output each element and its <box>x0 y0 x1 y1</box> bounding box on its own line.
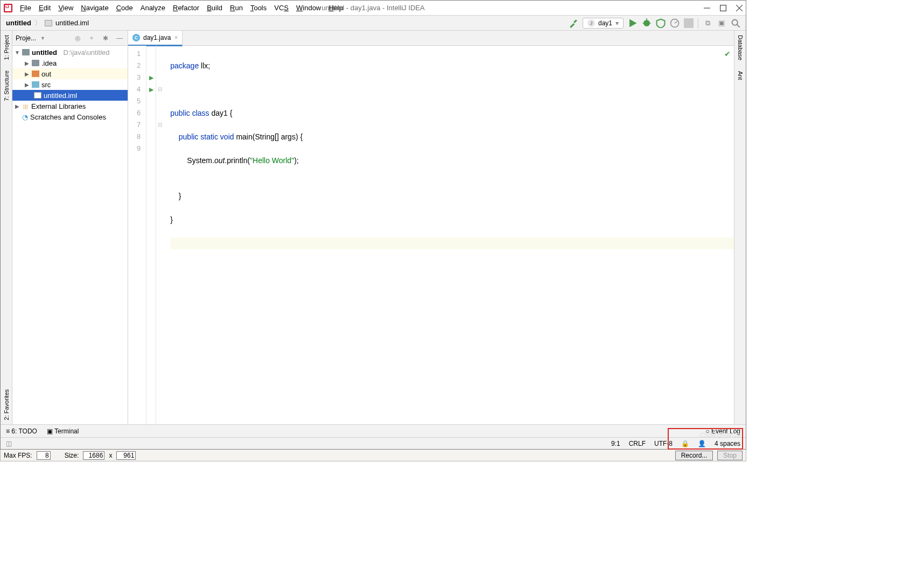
tree-node-idea[interactable]: ▶.idea <box>12 58 128 68</box>
profiler-icon[interactable] <box>670 18 680 28</box>
collapse-icon[interactable]: ÷ <box>87 33 96 43</box>
folder-out-icon <box>32 71 39 77</box>
presentation-icon[interactable]: ▣ <box>717 18 726 28</box>
tree-root[interactable]: ▼untitled D:\java\untitled <box>12 47 128 58</box>
chevron-right-icon: 〉 <box>34 18 41 28</box>
svg-point-4 <box>643 20 650 26</box>
status-line-ending[interactable]: CRLF <box>629 440 646 447</box>
folder-icon <box>32 60 39 66</box>
inspection-ok-icon[interactable]: ✔ <box>724 48 731 60</box>
menu-analyze[interactable]: Analyze <box>141 4 165 12</box>
close-tab-icon[interactable]: × <box>174 34 178 41</box>
app-logo-icon <box>4 4 12 12</box>
search-everywhere-icon[interactable] <box>731 18 740 28</box>
menu-tools[interactable]: Tools <box>250 4 267 12</box>
crumb-file[interactable]: untitled.iml <box>55 19 89 27</box>
separator <box>698 18 698 28</box>
fold-gutter[interactable]: ⊟ ⊟ <box>156 46 164 424</box>
minimize-icon[interactable] <box>704 5 710 11</box>
module-icon <box>22 49 30 55</box>
sidebar-tab-project[interactable]: 1: Project <box>3 35 10 60</box>
menu-navigate[interactable]: Navigate <box>81 4 108 12</box>
status-encoding[interactable]: UTF-8 <box>654 440 673 447</box>
menu-view[interactable]: View <box>58 4 73 12</box>
attach-icon[interactable]: ⧉ <box>703 18 712 28</box>
target-icon[interactable]: ◎ <box>73 33 82 43</box>
panel-title: Proje... <box>16 34 36 42</box>
window-title: untitled - day1.java - IntelliJ IDEA <box>321 4 424 12</box>
run-gutter[interactable]: ▶ ▶ <box>146 46 156 424</box>
build-hammer-icon[interactable] <box>569 18 578 28</box>
size-label: Size: <box>65 452 79 459</box>
menu-run[interactable]: Run <box>230 4 243 12</box>
crumb-root[interactable]: untitled <box>6 19 31 27</box>
maxfps-input[interactable] <box>37 451 51 460</box>
fold-close-icon[interactable]: ⊟ <box>156 119 164 131</box>
line-number-gutter: 123456789 <box>128 46 146 424</box>
chevron-down-icon[interactable]: ▼ <box>40 36 45 41</box>
tree-node-external-libs[interactable]: ▶⫼External Libraries <box>12 101 128 111</box>
gear-icon[interactable]: ✱ <box>101 33 110 43</box>
breadcrumb[interactable]: untitled 〉 untitled.iml <box>6 18 89 28</box>
java-class-icon: C <box>132 34 140 41</box>
tool-terminal[interactable]: ▣ Terminal <box>47 427 79 435</box>
sidebar-tab-database[interactable]: Database <box>737 35 744 60</box>
svg-line-12 <box>737 24 740 27</box>
fold-open-icon[interactable]: ⊟ <box>156 83 164 95</box>
menu-code[interactable]: Code <box>116 4 133 12</box>
scratch-icon: ◔ <box>22 113 28 121</box>
size-height-input[interactable] <box>116 451 136 460</box>
java-class-icon: J <box>587 19 595 27</box>
svg-line-9 <box>675 22 677 23</box>
editor-tab-day1[interactable]: C day1.java × <box>128 31 183 46</box>
run-method-icon[interactable]: ▶ <box>146 83 156 95</box>
chevron-down-icon: ▾ <box>615 19 619 27</box>
code-editor[interactable]: package llx; public class day1 { public … <box>164 46 734 424</box>
svg-point-11 <box>732 19 738 25</box>
status-lock-icon[interactable]: 🔒 <box>681 440 689 447</box>
close-icon[interactable] <box>736 5 743 11</box>
coverage-icon[interactable] <box>656 18 666 28</box>
run-config-combo[interactable]: J day1 ▾ <box>583 18 624 29</box>
hide-icon[interactable]: — <box>115 33 124 43</box>
svg-rect-1 <box>720 5 726 11</box>
menu-file[interactable]: File <box>20 4 31 12</box>
status-caret-pos[interactable]: 9:1 <box>611 440 620 447</box>
tool-event-log[interactable]: ○ Event Log <box>705 427 740 435</box>
library-icon: ⫼ <box>22 102 29 110</box>
recorder-toolbar: Max FPS: Size: x Record... Stop <box>0 450 746 461</box>
sidebar-tab-ant[interactable]: Ant <box>737 71 744 80</box>
sidebar-tab-structure[interactable]: 7: Structure <box>3 71 10 101</box>
status-windows-icon[interactable]: ◫ <box>6 440 12 447</box>
record-button[interactable]: Record... <box>675 451 713 460</box>
debug-icon[interactable] <box>642 18 652 28</box>
menu-vcs[interactable]: VCS <box>274 4 289 12</box>
status-indent[interactable]: 4 spaces <box>715 440 740 447</box>
run-icon[interactable] <box>628 18 638 28</box>
stop-button[interactable]: Stop <box>717 451 743 460</box>
file-icon <box>34 92 41 99</box>
stop-icon[interactable] <box>684 18 694 28</box>
folder-src-icon <box>32 81 39 88</box>
menu-edit[interactable]: Edit <box>39 4 51 12</box>
size-width-input[interactable] <box>83 451 104 460</box>
menu-window[interactable]: Window <box>296 4 321 12</box>
run-class-icon[interactable]: ▶ <box>146 72 156 83</box>
status-inspect-icon[interactable]: 👤 <box>698 440 706 447</box>
sidebar-tab-favorites[interactable]: 2: Favorites <box>3 389 10 420</box>
svg-rect-10 <box>684 18 694 28</box>
maxfps-label: Max FPS: <box>4 452 32 459</box>
maximize-icon[interactable] <box>720 5 726 11</box>
tool-todo[interactable]: ≡ 6: TODO <box>6 427 37 435</box>
main-menu: FileEditViewNavigateCodeAnalyzeRefactorB… <box>20 4 343 12</box>
tree-node-src[interactable]: ▶src <box>12 79 128 90</box>
file-icon <box>45 20 52 26</box>
tree-node-out[interactable]: ▶out <box>12 68 128 79</box>
menu-refactor[interactable]: Refactor <box>173 4 199 12</box>
tree-node-scratches[interactable]: ◔Scratches and Consoles <box>12 111 128 122</box>
menu-build[interactable]: Build <box>207 4 222 12</box>
tree-node-iml[interactable]: untitled.iml <box>12 90 128 101</box>
